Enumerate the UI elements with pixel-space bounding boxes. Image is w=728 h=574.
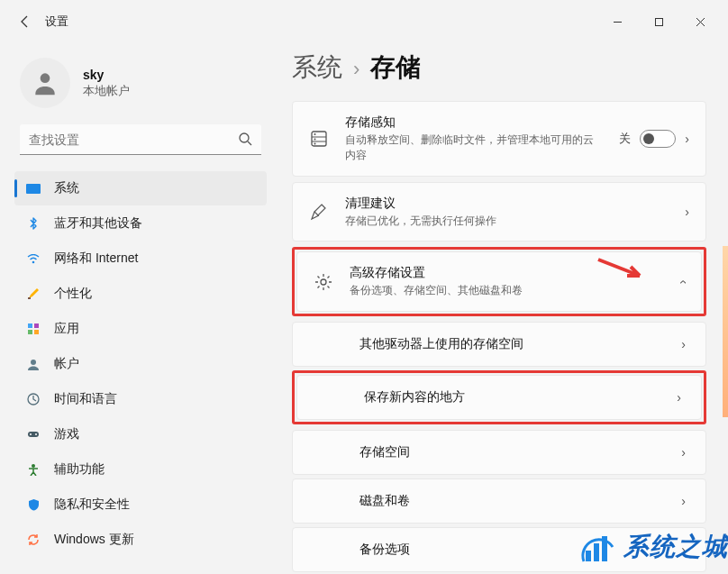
svg-point-18 <box>32 464 35 468</box>
toggle-state-label: 关 <box>619 131 631 147</box>
user-name: sky <box>83 68 130 82</box>
back-button[interactable] <box>7 4 43 40</box>
storage-sense-toggle[interactable] <box>640 130 676 148</box>
avatar <box>20 58 70 108</box>
chevron-right-icon: › <box>681 542 686 557</box>
card-desc: 存储已优化，无需执行任何操作 <box>345 214 669 229</box>
breadcrumb-current: 存储 <box>370 50 421 85</box>
card-title: 存储感知 <box>345 114 603 131</box>
user-text: sky 本地帐户 <box>83 68 130 99</box>
gear-icon <box>314 272 333 292</box>
broom-icon <box>309 202 329 222</box>
search-icon <box>238 132 252 150</box>
sidebar: sky 本地帐户 系统 蓝牙和其他设备 <box>0 43 270 574</box>
maximize-button[interactable] <box>638 7 679 36</box>
cleanup-recs-card[interactable]: 清理建议 存储已优化，无需执行任何操作 › <box>292 182 706 242</box>
sidebar-item-personalize[interactable]: 个性化 <box>14 277 267 311</box>
user-profile[interactable]: sky 本地帐户 <box>14 50 267 124</box>
sub-backup[interactable]: 备份选项 › <box>292 527 706 572</box>
svg-rect-10 <box>34 323 39 328</box>
svg-point-13 <box>31 360 36 365</box>
sidebar-item-label: 隐私和安全性 <box>54 497 130 513</box>
svg-rect-11 <box>28 330 32 334</box>
sidebar-item-bluetooth[interactable]: 蓝牙和其他设备 <box>14 206 267 241</box>
svg-point-22 <box>314 133 316 135</box>
sidebar-item-accessibility[interactable]: 辅助功能 <box>14 452 267 487</box>
clock-icon <box>25 391 41 407</box>
sub-save-locations[interactable]: 保存新内容的地方 › <box>296 375 702 420</box>
shield-icon <box>25 497 41 513</box>
bluetooth-icon <box>25 215 41 232</box>
sidebar-item-privacy[interactable]: 隐私和安全性 <box>14 487 267 522</box>
maximize-icon <box>654 17 664 27</box>
svg-point-7 <box>32 260 35 263</box>
brush-icon <box>25 286 41 302</box>
sidebar-item-winupdate[interactable]: Windows 更新 <box>14 523 267 557</box>
svg-point-5 <box>240 133 249 142</box>
storage-sense-card[interactable]: 存储感知 自动释放空间、删除临时文件，并管理本地可用的云内容 关 › <box>292 101 706 177</box>
sub-storage-spaces[interactable]: 存储空间 › <box>292 430 706 475</box>
window-title: 设置 <box>45 14 68 30</box>
svg-point-23 <box>314 138 316 140</box>
sub-item-label: 备份选项 <box>359 542 410 558</box>
card-title: 高级存储设置 <box>350 265 664 281</box>
svg-point-4 <box>41 73 50 83</box>
storage-sense-icon <box>309 129 329 149</box>
wifi-icon <box>25 251 41 267</box>
svg-rect-8 <box>28 297 31 299</box>
person-icon <box>31 68 59 97</box>
svg-rect-19 <box>312 132 326 146</box>
sidebar-item-network[interactable]: 网络和 Internet <box>14 241 267 276</box>
sub-item-label: 磁盘和卷 <box>359 493 410 509</box>
chevron-right-icon: › <box>681 445 686 460</box>
svg-rect-15 <box>28 432 39 437</box>
sidebar-item-label: 应用 <box>54 321 79 337</box>
search-input[interactable] <box>20 124 261 155</box>
sub-item-label: 其他驱动器上使用的存储空间 <box>359 336 523 352</box>
sidebar-item-label: Windows 更新 <box>54 532 134 548</box>
sidebar-item-system[interactable]: 系统 <box>14 171 267 205</box>
minimize-icon <box>613 17 623 27</box>
sidebar-item-label: 辅助功能 <box>54 461 105 478</box>
titlebar: 设置 <box>0 0 728 43</box>
sub-disks[interactable]: 磁盘和卷 › <box>292 478 706 524</box>
gamepad-icon <box>25 426 41 442</box>
sidebar-nav: 系统 蓝牙和其他设备 网络和 Internet 个性化 应用 <box>14 171 267 557</box>
account-icon <box>25 356 41 372</box>
sidebar-item-label: 帐户 <box>54 356 79 372</box>
card-desc: 自动释放空间、删除临时文件，并管理本地可用的云内容 <box>345 132 603 163</box>
highlight-box-advanced: 高级存储设置 备份选项、存储空间、其他磁盘和卷 › <box>292 247 706 316</box>
svg-point-16 <box>30 433 32 435</box>
sidebar-item-gaming[interactable]: 游戏 <box>14 417 267 451</box>
svg-point-17 <box>35 433 37 435</box>
settings-window: 设置 sky 本地帐户 <box>0 0 728 574</box>
chevron-right-icon: › <box>677 390 681 405</box>
breadcrumb: 系统 › 存储 <box>292 50 706 85</box>
decorative-stripe <box>723 246 728 417</box>
sidebar-item-label: 蓝牙和其他设备 <box>54 215 142 232</box>
accessibility-icon <box>25 461 41 478</box>
sub-other-drives[interactable]: 其他驱动器上使用的存储空间 › <box>292 322 706 367</box>
sidebar-item-accounts[interactable]: 帐户 <box>14 347 267 381</box>
close-button[interactable] <box>679 7 721 36</box>
window-controls <box>596 7 721 36</box>
sidebar-item-label: 网络和 Internet <box>54 251 138 267</box>
advanced-storage-card[interactable]: 高级存储设置 备份选项、存储空间、其他磁盘和卷 › <box>296 251 702 312</box>
close-icon <box>696 17 705 27</box>
chevron-right-icon: › <box>681 337 686 351</box>
card-desc: 备份选项、存储空间、其他磁盘和卷 <box>350 283 664 298</box>
breadcrumb-parent[interactable]: 系统 <box>292 50 342 85</box>
sidebar-item-label: 游戏 <box>54 426 79 442</box>
svg-rect-9 <box>28 323 32 328</box>
arrow-left-icon <box>18 14 32 29</box>
chevron-right-icon: › <box>681 494 686 508</box>
sidebar-item-time[interactable]: 时间和语言 <box>14 382 267 416</box>
svg-point-24 <box>314 142 316 144</box>
svg-line-6 <box>248 141 251 145</box>
breadcrumb-separator: › <box>353 58 359 81</box>
update-icon <box>25 532 41 548</box>
sidebar-item-apps[interactable]: 应用 <box>14 312 267 346</box>
chevron-right-icon: › <box>685 205 689 219</box>
minimize-button[interactable] <box>596 7 638 36</box>
search-box <box>20 124 261 155</box>
